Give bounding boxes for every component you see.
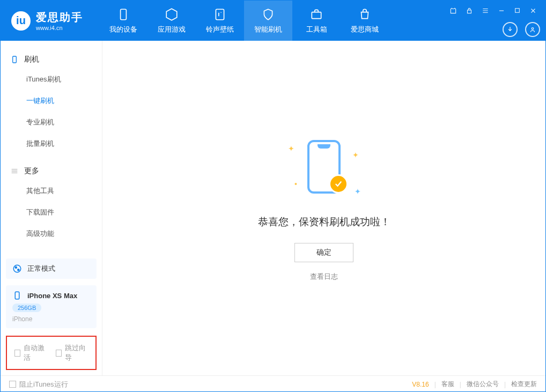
device-mode-label: 正常模式 xyxy=(27,264,55,273)
close-icon[interactable] xyxy=(526,5,540,17)
app-subtitle: www.i4.cn xyxy=(36,25,83,31)
sidebar-item-advanced[interactable]: 高级功能 xyxy=(1,223,102,245)
sidebar-item-download-firmware[interactable]: 下载固件 xyxy=(1,202,102,223)
device-name: iPhone XS Max xyxy=(27,292,77,300)
device-type: iPhone xyxy=(12,315,32,323)
svg-rect-0 xyxy=(121,9,127,20)
logo-icon: iu xyxy=(11,11,31,31)
app-title: 爱思助手 xyxy=(36,10,83,25)
view-log-link[interactable]: 查看日志 xyxy=(310,272,338,282)
sidebar-item-itunes-flash[interactable]: iTunes刷机 xyxy=(1,69,102,90)
device-storage-badge: 256GB xyxy=(12,304,41,312)
sidebar-section-more: 更多 xyxy=(1,162,102,180)
lock-icon[interactable] xyxy=(462,5,476,17)
ok-button[interactable]: 确定 xyxy=(294,243,353,262)
svg-point-7 xyxy=(13,265,21,272)
logo-area: iu 爱思助手 www.i4.cn xyxy=(11,10,83,31)
download-icon[interactable] xyxy=(503,22,518,37)
nav-label: 爱思商城 xyxy=(351,25,379,34)
skip-guide-checkbox[interactable]: 跳过向导 xyxy=(56,343,88,363)
sidebar-item-other-tools[interactable]: 其他工具 xyxy=(1,180,102,202)
nav-my-device[interactable]: 我的设备 xyxy=(99,1,147,41)
auto-activate-checkbox[interactable]: 自动激活 xyxy=(14,343,47,363)
maximize-icon[interactable] xyxy=(511,5,524,17)
skin-icon[interactable] xyxy=(446,5,460,17)
device-mode-box[interactable]: 正常模式 xyxy=(6,258,97,279)
svg-point-8 xyxy=(15,267,17,268)
footer-update-link[interactable]: 检查更新 xyxy=(511,380,537,389)
version-label: V8.16 xyxy=(412,381,429,388)
header: iu 爱思助手 www.i4.cn 我的设备 应用游戏 铃声壁纸 智能刷机 工具… xyxy=(1,1,545,41)
sidebar-item-batch-flash[interactable]: 批量刷机 xyxy=(1,133,102,154)
check-badge-icon xyxy=(329,174,348,194)
footer-wechat-link[interactable]: 微信公众号 xyxy=(467,380,499,389)
success-illustration: ✦✦•✦ xyxy=(284,135,364,199)
minimize-icon[interactable] xyxy=(495,5,508,17)
svg-point-5 xyxy=(532,27,534,29)
nav-label: 应用游戏 xyxy=(158,25,186,34)
nav-store[interactable]: 爱思商城 xyxy=(341,1,389,41)
nav-label: 铃声壁纸 xyxy=(206,25,234,34)
flash-options-row: 自动激活 跳过向导 xyxy=(6,336,97,370)
stop-itunes-checkbox[interactable]: 阻止iTunes运行 xyxy=(9,380,68,389)
svg-rect-2 xyxy=(312,12,321,18)
svg-rect-6 xyxy=(13,56,17,63)
footer-support-link[interactable]: 客服 xyxy=(441,380,454,389)
svg-rect-1 xyxy=(216,9,224,20)
menu-icon[interactable] xyxy=(478,5,492,17)
nav-tabs: 我的设备 应用游戏 铃声壁纸 智能刷机 工具箱 爱思商城 xyxy=(99,1,389,41)
main-content: ✦✦•✦ 恭喜您，保资料刷机成功啦！ 确定 查看日志 xyxy=(102,41,545,375)
device-info-box[interactable]: iPhone XS Max 256GB iPhone xyxy=(6,285,97,328)
svg-rect-4 xyxy=(515,9,520,13)
nav-toolbox[interactable]: 工具箱 xyxy=(292,1,341,41)
sidebar-item-pro-flash[interactable]: 专业刷机 xyxy=(1,112,102,133)
nav-apps-games[interactable]: 应用游戏 xyxy=(147,1,196,41)
nav-label: 智能刷机 xyxy=(254,25,282,34)
sidebar: 刷机 iTunes刷机 一键刷机 专业刷机 批量刷机 更多 其他工具 下载固件 … xyxy=(1,41,102,375)
svg-rect-10 xyxy=(15,292,19,299)
sidebar-section-flash: 刷机 xyxy=(1,50,102,69)
user-icon[interactable] xyxy=(525,22,540,37)
nav-ringtones[interactable]: 铃声壁纸 xyxy=(196,1,244,41)
sidebar-item-onekey-flash[interactable]: 一键刷机 xyxy=(1,90,102,112)
nav-smart-flash[interactable]: 智能刷机 xyxy=(244,1,292,41)
nav-label: 我的设备 xyxy=(109,25,137,34)
svg-rect-3 xyxy=(468,10,471,13)
footer: 阻止iTunes运行 V8.16 | 客服 | 微信公众号 | 检查更新 xyxy=(1,375,545,392)
nav-label: 工具箱 xyxy=(306,25,327,34)
svg-point-9 xyxy=(18,269,19,271)
success-message: 恭喜您，保资料刷机成功啦！ xyxy=(258,215,390,229)
